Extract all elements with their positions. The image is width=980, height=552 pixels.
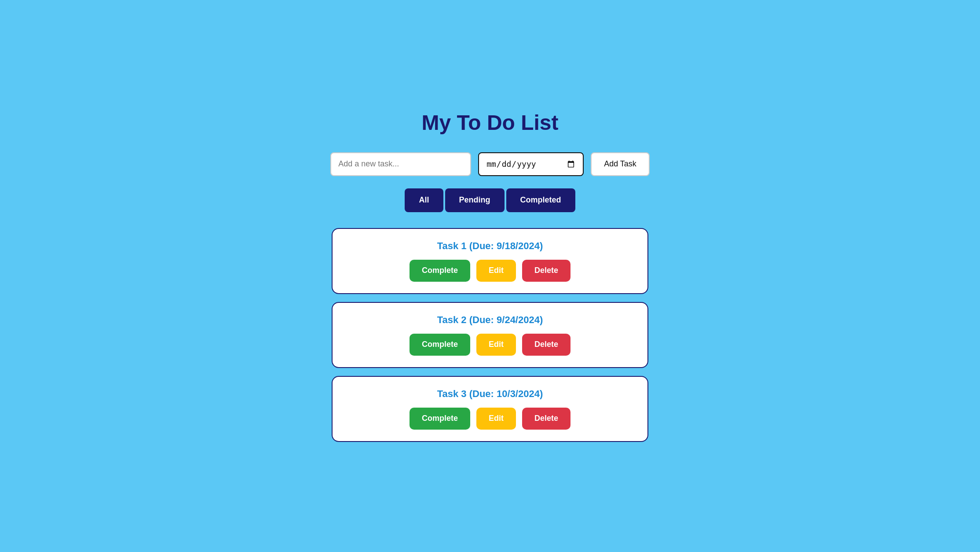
input-row: Add Task xyxy=(330,152,650,176)
task-title-1: Task 1 (Due: 9/18/2024) xyxy=(437,240,543,252)
filter-pending-button[interactable]: Pending xyxy=(445,188,505,212)
edit-button-2[interactable]: Edit xyxy=(476,334,516,356)
task-card-2: Task 2 (Due: 9/24/2024) Complete Edit De… xyxy=(332,302,648,368)
complete-button-2[interactable]: Complete xyxy=(410,334,470,356)
delete-button-3[interactable]: Delete xyxy=(522,408,570,430)
date-input[interactable] xyxy=(478,152,584,176)
task-1-buttons: Complete Edit Delete xyxy=(410,260,570,282)
add-task-button[interactable]: Add Task xyxy=(591,152,650,176)
task-card-1: Task 1 (Due: 9/18/2024) Complete Edit De… xyxy=(332,228,648,294)
task-2-buttons: Complete Edit Delete xyxy=(410,334,570,356)
edit-button-1[interactable]: Edit xyxy=(476,260,516,282)
delete-button-2[interactable]: Delete xyxy=(522,334,570,356)
delete-button-1[interactable]: Delete xyxy=(522,260,570,282)
task-3-buttons: Complete Edit Delete xyxy=(410,408,570,430)
page-title: My To Do List xyxy=(421,110,558,135)
task-title-3: Task 3 (Due: 10/3/2024) xyxy=(437,388,543,400)
complete-button-3[interactable]: Complete xyxy=(410,408,470,430)
edit-button-3[interactable]: Edit xyxy=(476,408,516,430)
task-title-2: Task 2 (Due: 9/24/2024) xyxy=(437,314,543,326)
filter-completed-button[interactable]: Completed xyxy=(506,188,575,212)
task-input[interactable] xyxy=(330,152,471,176)
tasks-list: Task 1 (Due: 9/18/2024) Complete Edit De… xyxy=(332,228,648,442)
filter-all-button[interactable]: All xyxy=(405,188,443,212)
task-card-3: Task 3 (Due: 10/3/2024) Complete Edit De… xyxy=(332,376,648,442)
app-container: My To Do List Add Task All Pending Compl… xyxy=(0,93,980,460)
filter-row: All Pending Completed xyxy=(405,188,575,212)
complete-button-1[interactable]: Complete xyxy=(410,260,470,282)
